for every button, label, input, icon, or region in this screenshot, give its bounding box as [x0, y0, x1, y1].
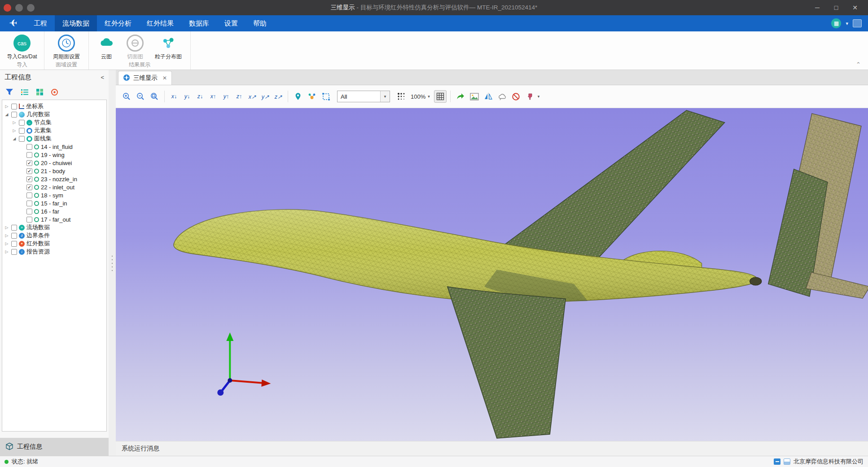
- tree-item-geometry-data[interactable]: ◢ 几何数据: [2, 110, 106, 118]
- tree-item-surface[interactable]: 18 - sym: [2, 191, 106, 199]
- expander-icon[interactable]: ▷: [4, 104, 9, 109]
- tab-close-icon[interactable]: ✕: [162, 75, 167, 81]
- layout-window-icon[interactable]: [853, 19, 862, 27]
- expander-icon[interactable]: ▷: [4, 225, 9, 230]
- probe-pin-button[interactable]: [292, 90, 304, 103]
- splitter-handle-icon[interactable]: [111, 254, 113, 271]
- checkbox[interactable]: [26, 152, 32, 158]
- view-z-up-button[interactable]: z↑: [233, 91, 245, 102]
- tree-item-surface[interactable]: 15 - far_in: [2, 199, 106, 207]
- mirror-tool-button[interactable]: [482, 90, 495, 103]
- tab-3d-display[interactable]: 三维显示 ✕: [118, 71, 172, 85]
- tree-item-face-set[interactable]: ◢ 面线集: [2, 135, 106, 143]
- view-x-down-button[interactable]: x↓: [168, 91, 180, 102]
- checkbox[interactable]: [19, 128, 25, 134]
- view-iso-y-button[interactable]: y↗: [259, 91, 271, 102]
- particle-distribution-button[interactable]: 粒子分布图: [151, 34, 186, 61]
- checkbox[interactable]: [11, 233, 17, 239]
- view-iso-z-button[interactable]: z↗: [272, 91, 284, 102]
- menu-item-database[interactable]: 数据库: [181, 15, 217, 31]
- tree-item-infrared-data[interactable]: ▷ 红外数据: [2, 240, 106, 248]
- checkbox[interactable]: [26, 176, 32, 182]
- checkbox[interactable]: [26, 160, 32, 166]
- mesh-grid-toggle-button[interactable]: [434, 90, 447, 103]
- zoom-fit-button[interactable]: [148, 90, 161, 103]
- checkbox[interactable]: [11, 225, 17, 231]
- checkbox[interactable]: [19, 136, 25, 142]
- close-button[interactable]: ✕: [846, 0, 864, 15]
- tree-item-node-set[interactable]: ▷ 节点集: [2, 118, 106, 127]
- menu-item-flow-data[interactable]: 流场数据: [55, 15, 97, 31]
- tree-item-flow-field-data[interactable]: ▷ 流场数据: [2, 223, 106, 231]
- target-locate-icon[interactable]: [51, 88, 58, 96]
- slice-plane-button[interactable]: 切面图: [122, 34, 148, 61]
- lasso-select-button[interactable]: [496, 90, 509, 103]
- tree-item-surface[interactable]: 16 - far: [2, 207, 106, 215]
- expander-icon[interactable]: ▷: [4, 241, 9, 246]
- checkbox[interactable]: [26, 192, 32, 198]
- checkbox[interactable]: [26, 144, 32, 150]
- periodic-face-settings-button[interactable]: 周期面设置: [49, 34, 84, 61]
- menu-item-project[interactable]: 工程: [26, 15, 55, 31]
- tree-item-report-resources[interactable]: ▷ 报告资源: [2, 248, 106, 256]
- checkbox[interactable]: [26, 168, 32, 174]
- view-z-down-button[interactable]: z↓: [194, 91, 206, 102]
- checkbox[interactable]: [11, 104, 17, 109]
- tree-item-element-set[interactable]: ▷ 元素集: [2, 127, 106, 135]
- checkbox[interactable]: [26, 209, 32, 214]
- zoom-in-button[interactable]: [120, 90, 133, 103]
- menu-item-infrared-analysis[interactable]: 红外分析: [97, 15, 139, 31]
- display-filter-select[interactable]: All ▼: [337, 91, 390, 102]
- chevron-down-icon[interactable]: ▾: [538, 94, 540, 99]
- filter-funnel-icon[interactable]: [5, 88, 13, 96]
- tree-item-surface[interactable]: 17 - far_out: [2, 215, 106, 223]
- view-y-up-button[interactable]: y↑: [220, 91, 232, 102]
- expander-icon[interactable]: ▷: [4, 233, 9, 238]
- chevron-down-icon[interactable]: ▾: [846, 21, 848, 26]
- expander-icon[interactable]: ◢: [12, 136, 17, 141]
- app-icon-1[interactable]: [15, 4, 23, 12]
- checkbox[interactable]: [11, 241, 17, 247]
- tree-item-boundary-conditions[interactable]: ▷ 边界条件: [2, 231, 106, 240]
- tree-item-coordinate-system[interactable]: ▷ x 坐标系: [2, 102, 106, 110]
- checkbox[interactable]: [11, 249, 17, 255]
- checkbox[interactable]: [26, 201, 32, 206]
- checkbox[interactable]: [19, 120, 25, 126]
- ribbon-collapse-icon[interactable]: ⌃: [856, 61, 868, 70]
- tree-item-surface[interactable]: 14 - int_fluid: [2, 143, 106, 151]
- view-iso-x-button[interactable]: x↗: [246, 91, 258, 102]
- expander-icon[interactable]: ▷: [12, 120, 17, 125]
- minimize-button[interactable]: ─: [808, 0, 827, 15]
- export-share-button[interactable]: [454, 90, 467, 103]
- contour-cloud-button[interactable]: 云图: [93, 34, 119, 61]
- zoom-out-button[interactable]: [134, 90, 147, 103]
- opacity-percent-value[interactable]: 100%: [411, 93, 425, 100]
- viewport-3d[interactable]: [116, 108, 868, 441]
- view-x-up-button[interactable]: x↑: [207, 91, 219, 102]
- particles-display-button[interactable]: [306, 90, 318, 103]
- snapshot-image-button[interactable]: [468, 90, 481, 103]
- expander-icon[interactable]: ▷: [4, 249, 9, 254]
- view-y-down-button[interactable]: y↓: [181, 91, 193, 102]
- project-info-dock-tab[interactable]: 工程信息: [0, 438, 109, 456]
- theme-grid-icon[interactable]: ▦: [831, 18, 841, 28]
- console-icon[interactable]: [774, 458, 780, 465]
- panel-splitter[interactable]: [109, 70, 116, 456]
- menu-item-infrared-results[interactable]: 红外结果: [139, 15, 181, 31]
- expander-icon[interactable]: ◢: [4, 112, 9, 117]
- import-casdat-button[interactable]: cas 导入Cas/Dat: [4, 34, 39, 61]
- app-icon-2[interactable]: [27, 4, 35, 12]
- expander-icon[interactable]: ▷: [12, 128, 17, 133]
- tree-item-surface[interactable]: 20 - chuiwei: [2, 159, 106, 167]
- chevron-down-icon[interactable]: ▼: [380, 91, 390, 102]
- tree-item-surface[interactable]: 19 - wing: [2, 151, 106, 159]
- annotation-pin-button[interactable]: [524, 90, 536, 103]
- opacity-halftone-button[interactable]: [395, 90, 408, 103]
- layout-split-icon[interactable]: [784, 458, 790, 465]
- menu-item-help[interactable]: 帮助: [245, 15, 274, 31]
- panel-collapse-icon[interactable]: <: [101, 74, 104, 81]
- list-view-icon[interactable]: [21, 88, 29, 96]
- menu-item-settings[interactable]: 设置: [217, 15, 245, 31]
- app-record-icon[interactable]: [4, 4, 11, 12]
- maximize-button[interactable]: □: [827, 0, 846, 15]
